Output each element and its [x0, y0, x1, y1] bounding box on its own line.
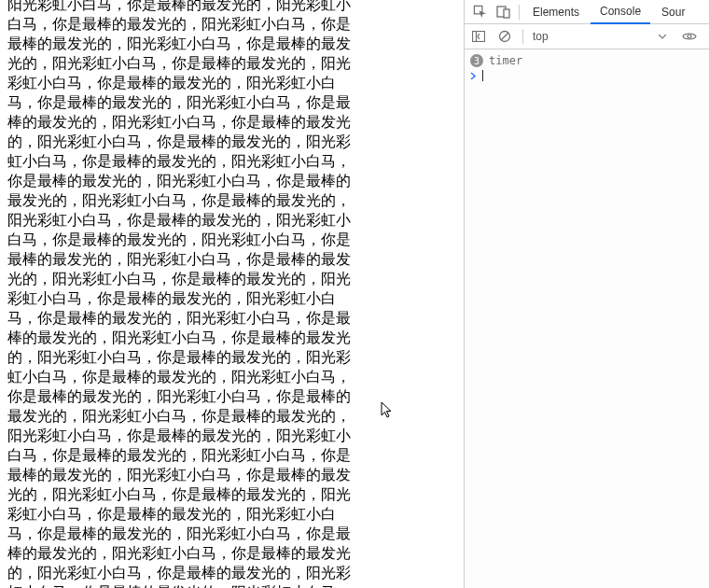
- svg-line-6: [501, 33, 508, 40]
- log-count-badge: 3: [470, 54, 483, 67]
- prompt-chevron-icon: [470, 72, 478, 80]
- clear-icon[interactable]: [494, 26, 515, 47]
- console-prompt[interactable]: [465, 68, 709, 83]
- console-log-row: 3 timer: [465, 53, 709, 68]
- console-toolbar: top: [465, 24, 709, 49]
- device-icon[interactable]: [493, 1, 515, 23]
- context-label: top: [533, 30, 554, 43]
- svg-rect-2: [504, 9, 509, 18]
- context-selector[interactable]: top: [531, 30, 674, 43]
- tabbar-separator: [519, 5, 520, 20]
- devtools-panel: Elements Console Sour top 3 timer: [464, 0, 709, 588]
- eye-icon[interactable]: [679, 26, 700, 47]
- sidebar-toggle-icon[interactable]: [468, 26, 489, 47]
- chevron-down-icon: [659, 35, 666, 39]
- svg-point-7: [688, 35, 691, 38]
- svg-rect-3: [473, 32, 485, 42]
- text-cursor: [482, 70, 483, 81]
- console-output[interactable]: 3 timer: [465, 49, 709, 588]
- toolbar-separator: [522, 29, 523, 44]
- inspect-icon[interactable]: [468, 1, 491, 23]
- body-text: 阳光彩虹小白马，你是最棒的最发光的，阳光彩虹小白马，你是最棒的最发光的，阳光彩虹…: [7, 0, 363, 588]
- whitespace-gap: [370, 0, 464, 588]
- devtools-tabbar: Elements Console Sour: [465, 0, 709, 24]
- page-content-pane: 阳光彩虹小白马，你是最棒的最发光的，阳光彩虹小白马，你是最棒的最发光的，阳光彩虹…: [0, 0, 370, 588]
- tab-sources[interactable]: Sour: [652, 0, 694, 24]
- tab-elements[interactable]: Elements: [523, 0, 589, 24]
- tab-console[interactable]: Console: [591, 0, 650, 24]
- log-message: timer: [489, 54, 522, 67]
